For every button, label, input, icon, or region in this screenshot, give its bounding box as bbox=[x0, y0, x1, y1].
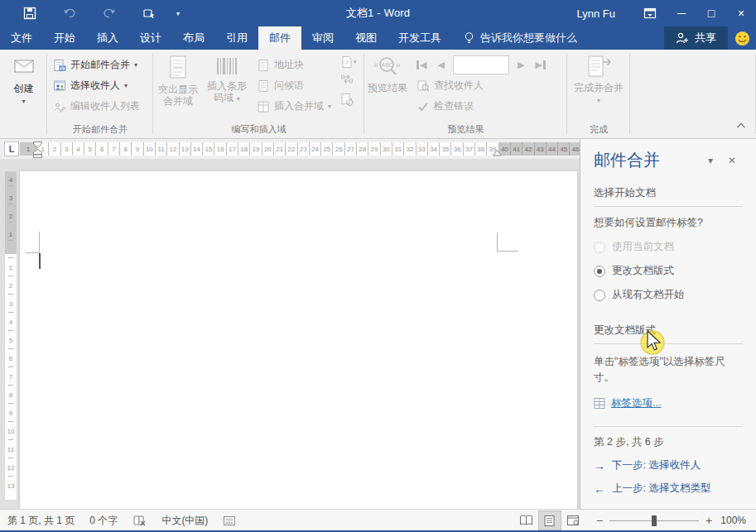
zoom-out-button[interactable]: − bbox=[596, 514, 603, 527]
label-options-link[interactable]: 标签选项... bbox=[611, 396, 661, 410]
share-person-icon bbox=[676, 31, 689, 45]
finish-merge-label: 完成并合并 bbox=[574, 82, 624, 93]
page-number-indicator[interactable]: 第 1 页, 共 1 页 bbox=[7, 514, 75, 528]
next-record-button[interactable]: ▶ bbox=[518, 60, 524, 70]
zoom-slider-thumb[interactable] bbox=[652, 515, 657, 526]
radio-start-from-existing-document[interactable]: 从现有文档开始 bbox=[594, 288, 743, 302]
radio-circle bbox=[594, 242, 605, 253]
collapse-ribbon-button[interactable] bbox=[736, 120, 746, 132]
previous-record-button[interactable]: ◀ bbox=[437, 60, 444, 70]
tab-developer[interactable]: 开发工具 bbox=[388, 26, 452, 50]
touch-mouse-mode-button[interactable] bbox=[129, 0, 169, 26]
language-indicator[interactable]: 中文(中国) bbox=[161, 514, 208, 528]
tab-mailings-active[interactable]: 邮件 bbox=[258, 26, 301, 50]
radio-circle bbox=[594, 266, 605, 277]
document-page[interactable] bbox=[20, 171, 577, 509]
ruler-tick bbox=[8, 276, 13, 276]
right-arrow-icon: → bbox=[594, 459, 605, 472]
tab-references[interactable]: 引用 bbox=[215, 26, 258, 50]
svg-text:?: ? bbox=[345, 59, 349, 66]
tab-design[interactable]: 设计 bbox=[129, 26, 172, 50]
next-step-link[interactable]: → 下一步: 选择收件人 bbox=[594, 458, 743, 472]
feedback-smiley-button[interactable] bbox=[728, 26, 756, 50]
tab-view[interactable]: 视图 bbox=[344, 26, 388, 50]
ruler-band: L 11234567891011121314151617181920212223… bbox=[0, 139, 580, 159]
right-indent-marker[interactable] bbox=[493, 150, 502, 156]
word-count-indicator[interactable]: 0 个字 bbox=[89, 514, 118, 528]
zoom-level-indicator[interactable]: 100% bbox=[720, 515, 746, 526]
redo-button[interactable] bbox=[89, 0, 129, 26]
ruler-tick: 5 bbox=[84, 142, 96, 156]
web-layout-view-button[interactable] bbox=[561, 510, 585, 530]
start-mail-merge-button[interactable]: 开始邮件合并 ▾ bbox=[47, 55, 153, 75]
save-button[interactable] bbox=[10, 0, 50, 26]
print-layout-view-button[interactable] bbox=[538, 510, 561, 530]
finish-merge-button[interactable]: 完成并合并 ▾ bbox=[567, 50, 630, 107]
ruler-tick: 12 bbox=[167, 142, 179, 156]
task-pane-menu-button[interactable]: ▾ bbox=[700, 155, 721, 166]
macro-recording-button[interactable] bbox=[223, 515, 237, 527]
last-record-button[interactable]: ▶ bbox=[535, 60, 545, 70]
close-button[interactable]: × bbox=[726, 0, 756, 26]
svg-text:«: « bbox=[373, 60, 378, 69]
ruler-tick: 44 bbox=[547, 142, 558, 156]
chevron-down-icon: ▾ bbox=[124, 82, 128, 89]
share-button[interactable]: 共享 bbox=[664, 26, 728, 50]
ruler-tick: 3 bbox=[5, 194, 17, 202]
insert-merge-field-button[interactable]: 插入合并域 ▾ bbox=[251, 96, 337, 117]
find-recipient-button[interactable]: 查找收件人 bbox=[411, 75, 551, 96]
tab-review[interactable]: 审阅 bbox=[301, 26, 344, 50]
wizard-step-indicator: 第 2 步, 共 6 步 bbox=[594, 426, 743, 449]
minimize-button[interactable]: ─ bbox=[667, 0, 696, 26]
chevron-down-icon: ▾ bbox=[176, 10, 180, 17]
tab-layout[interactable]: 布局 bbox=[172, 26, 215, 50]
insert-barcode-label-2: 码域 ▾ bbox=[214, 92, 239, 105]
ribbon-mailings: 创建 ▾ 开始邮件合并 ▾ bbox=[0, 50, 756, 139]
account-user-name[interactable]: Lynn Fu bbox=[577, 7, 616, 20]
zoom-slider[interactable] bbox=[609, 520, 699, 521]
task-pane-close-button[interactable]: ✕ bbox=[721, 155, 743, 166]
hanging-indent-marker[interactable] bbox=[33, 149, 42, 158]
previous-step-link[interactable]: ← 上一步: 选择文档类型 bbox=[594, 482, 743, 496]
ribbon-display-options-button[interactable] bbox=[633, 0, 667, 26]
first-line-indent-marker[interactable] bbox=[33, 141, 42, 148]
radio-circle bbox=[594, 290, 605, 301]
match-fields-button[interactable] bbox=[340, 73, 357, 89]
edit-recipient-list-button[interactable]: 编辑收件人列表 bbox=[47, 96, 153, 117]
label-options-instruction: 单击"标签选项"以选择标签尺寸。 bbox=[594, 354, 743, 386]
update-labels-button[interactable] bbox=[340, 93, 357, 108]
create-button[interactable]: 创建 ▾ bbox=[0, 50, 47, 108]
radio-use-current-document[interactable]: 使用当前文档 bbox=[594, 240, 743, 254]
undo-icon bbox=[63, 7, 76, 20]
first-record-button[interactable]: ◀ bbox=[417, 60, 426, 70]
radio-label: 使用当前文档 bbox=[612, 240, 674, 254]
undo-button[interactable] bbox=[50, 0, 89, 26]
maximize-button[interactable]: □ bbox=[696, 0, 726, 26]
lightbulb-icon bbox=[464, 31, 474, 45]
mail-merge-task-pane: 邮件合并 ▾ ✕ 选择开始文档 想要如何设置邮件标签? 使用当前文档 更改文档版… bbox=[580, 139, 756, 509]
redo-icon bbox=[103, 7, 116, 20]
crop-mark-right-horizontal bbox=[497, 251, 518, 252]
label-table-icon bbox=[594, 397, 606, 410]
record-number-field[interactable] bbox=[453, 55, 509, 74]
select-recipients-button[interactable]: 选择收件人 ▾ bbox=[47, 75, 153, 96]
radio-change-document-layout-selected[interactable]: 更改文档版式 bbox=[594, 264, 743, 278]
status-bar: 第 1 页, 共 1 页 0 个字 中文(中国) bbox=[0, 509, 756, 531]
ruler-tick bbox=[8, 257, 13, 258]
customize-qat-dropdown[interactable]: ▾ bbox=[169, 0, 187, 26]
tab-home[interactable]: 开始 bbox=[43, 26, 86, 50]
read-mode-view-button[interactable] bbox=[515, 510, 538, 530]
tab-insert[interactable]: 插入 bbox=[86, 26, 129, 50]
ruler-tick bbox=[8, 312, 13, 313]
zoom-in-button[interactable]: + bbox=[705, 514, 712, 527]
greeting-line-button[interactable]: 问候语 bbox=[251, 75, 337, 96]
ruler-tick bbox=[8, 204, 13, 204]
tell-me-box[interactable]: 告诉我你想要做什么 bbox=[464, 26, 577, 50]
proofing-status-button[interactable] bbox=[132, 515, 147, 527]
address-block-button[interactable]: 地址块 bbox=[251, 55, 337, 75]
tab-file[interactable]: 文件 bbox=[0, 26, 43, 50]
check-errors-button[interactable]: 检查错误 bbox=[411, 96, 551, 117]
ruler-tick: 4 bbox=[5, 319, 17, 326]
tab-stop-selector[interactable]: L bbox=[4, 141, 19, 156]
rules-button[interactable]: ? ▾ bbox=[340, 55, 357, 69]
